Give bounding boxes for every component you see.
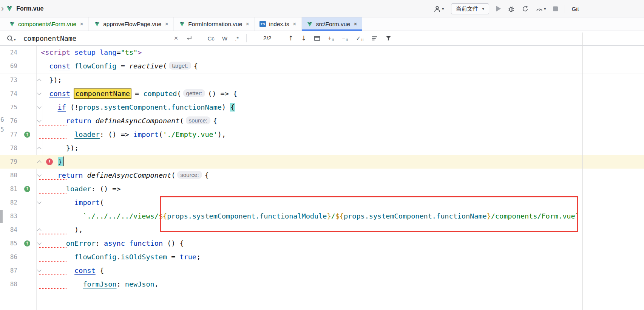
code-text: formJson: newJson, [41,277,159,291]
title-bar-actions: ▾ 当前文件 ▾ ▾ Git [434,0,579,17]
match-case-toggle[interactable]: Cc [208,35,215,42]
search-match-highlight: componentName [74,89,131,98]
code-token: <script [41,48,70,56]
newline-icon[interactable] [186,36,192,41]
code-token: isOldSystem [121,253,167,261]
line-number[interactable]: 75 [0,101,17,114]
tab-src-form-vue[interactable]: src\Form.vue× [302,17,362,31]
search-icon[interactable]: ▾ [7,35,16,42]
code-line-81[interactable]: 81↑ loader: () => [0,182,644,196]
line-number[interactable]: 78 [0,141,17,155]
code-text: const { [41,264,104,277]
line-number[interactable]: 79 [0,155,17,169]
line-number[interactable]: 87 [0,264,17,277]
code-editor[interactable]: 24<script setup lang="ts">69 const flowC… [0,46,644,310]
tab-close-icon[interactable]: × [80,20,83,28]
vue-logo-icon [6,5,13,12]
green-gutter-icon[interactable]: ↑ [24,132,30,138]
open-in-find-window-icon[interactable] [314,36,320,41]
panel-divider [582,33,583,310]
code-token: import [74,198,100,206]
ii-subscript: II [332,38,334,42]
line-number[interactable]: 86 [0,250,17,264]
filter-icon[interactable] [385,35,392,41]
plus-occurrence-icon[interactable]: +II [328,35,334,42]
line-number[interactable]: 80 [0,169,17,182]
play-icon [496,6,501,12]
code-line-83[interactable]: 83 `./../../../views/${props.systemCompo… [0,209,644,223]
code-line-86[interactable]: 86 flowConfig.isOldSystem = true; [0,250,644,264]
code-line-73[interactable]: 73 }); [0,73,644,87]
code-line-77[interactable]: 77↑ loader: () => import('./Empty.vue'), [0,128,644,141]
code-line-88[interactable]: 88 formJson: newJson, [0,277,644,291]
code-token: () { [163,239,184,247]
search-options-icon[interactable] [371,36,378,41]
code-line-79[interactable]: 79! } [0,155,644,169]
code-token: . [117,253,121,261]
code-line-78[interactable]: 78 }); [0,141,644,155]
code-token [70,62,74,70]
check-occurrence-icon[interactable]: ✓II [356,35,364,42]
code-line-75[interactable]: 75 if (!props.systemComponent.functionNa… [0,101,644,114]
line-number[interactable]: 88 [0,277,17,291]
run-config-label: 当前文件 [456,5,479,12]
line-number[interactable]: 82 [0,196,17,209]
code-line-80[interactable]: 80 return defineAsyncComponent(source:{ [0,169,644,182]
code-token: function [129,239,163,247]
debug-button[interactable] [508,5,515,12]
user-button[interactable]: ▾ [434,5,444,12]
line-number[interactable]: 73 [0,73,17,87]
code-token: { [96,267,104,274]
next-match-icon[interactable]: ↓ [301,34,306,42]
code-line-24[interactable]: 24<script setup lang="ts"> [0,46,644,59]
tab-label: src\Form.vue [316,21,350,28]
code-line-76[interactable]: 76 return defineAsyncComponent(source:{ [0,114,644,128]
stop-button[interactable] [553,6,558,11]
profiler-button[interactable]: ▾ [536,5,546,12]
tab-forminformation-vue[interactable]: FormInformation.vue× [174,17,255,31]
inlay-hint: target: [169,62,191,70]
tab-close-icon[interactable]: × [246,20,249,28]
regex-toggle[interactable]: .* [235,35,239,42]
line-number[interactable]: 74 [0,87,17,101]
words-toggle[interactable]: W [222,35,227,42]
code-line-74[interactable]: 74 const componentName = computed(getter… [0,87,644,101]
green-gutter-icon[interactable]: ↑ [24,240,30,246]
tab-label: FormInformation.vue [188,21,242,28]
coverage-button[interactable] [522,5,529,12]
tab-index-ts[interactable]: TSindex.ts× [255,17,301,31]
tab-close-icon[interactable]: × [354,20,357,28]
line-number[interactable]: 81 [0,182,17,196]
vue-file-icon [9,21,15,27]
tab-close-icon[interactable]: × [165,20,168,28]
run-button[interactable] [496,6,501,12]
tab-components-form-vue[interactable]: components\Form.vue× [4,17,89,31]
green-gutter-icon[interactable]: ↑ [24,186,30,192]
code-line-87[interactable]: 87 const { [0,264,644,277]
code-token: } [487,212,491,220]
code-line-82[interactable]: 82 import( [0,196,644,209]
run-config-select[interactable]: 当前文件 ▾ [451,3,490,14]
code-line-84[interactable]: 84 ), [0,223,644,237]
previous-match-icon[interactable]: ↑ [288,34,293,42]
line-number[interactable]: 69 [0,59,17,73]
line-number[interactable]: 24 [0,46,17,59]
code-line-69[interactable]: 69 const flowConfig = reactive(target:{ [0,59,644,73]
search-input[interactable]: componentName [23,34,77,42]
code-token: props.systemComponent.functionalModule [167,212,327,220]
minus-occurrence-icon[interactable]: −II [342,35,348,42]
code-text: }); [41,141,79,155]
tab-close-icon[interactable]: × [293,20,297,28]
tab-approveflowpage-vue[interactable]: approveFlowPage.vue× [89,17,174,31]
clear-search-icon[interactable]: × [174,34,178,42]
vue-file-icon [307,21,313,27]
line-number[interactable]: 84 [0,223,17,237]
code-token: = [117,62,129,70]
code-token: ( [180,117,184,125]
code-token: props.systemComponent.functionName [344,212,487,220]
divider [246,34,247,42]
code-token: return [58,171,83,179]
line-number[interactable]: 85 [0,237,17,250]
code-line-85[interactable]: 85↑ onError: async function () { [0,237,644,250]
vcs-widget[interactable]: Git [572,6,579,12]
